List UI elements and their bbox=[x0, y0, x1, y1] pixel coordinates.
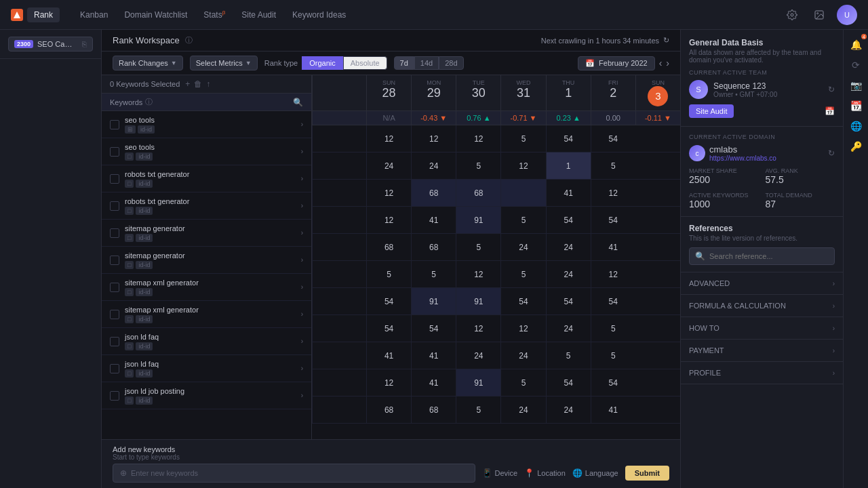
kw-row[interactable]: sitemap xml generator □ id-id › bbox=[102, 274, 311, 301]
kw-search-icon[interactable]: 🔍 bbox=[293, 98, 303, 107]
accordion-item-payment[interactable]: PAYMENT › bbox=[681, 340, 843, 362]
kw-header: 0 Keywords Selected + 🗑 ↑ bbox=[102, 75, 311, 94]
kw-text-area: robots txt generator □ id-id bbox=[125, 197, 301, 215]
rank-type-organic-btn[interactable]: Organic bbox=[302, 56, 343, 70]
kw-row[interactable]: json ld faq □ id-id › bbox=[102, 328, 311, 355]
rank-type-absolute-btn[interactable]: Absolute bbox=[343, 56, 387, 70]
kw-main-text: sitemap xml generator bbox=[125, 306, 301, 314]
site-audit-nav-link[interactable]: Site Audit bbox=[235, 7, 283, 22]
kw-checkbox[interactable] bbox=[110, 364, 119, 373]
table-row: 12 12 12 5 54 54 bbox=[312, 125, 680, 152]
kw-row[interactable]: seo tools ⊞ id-id › bbox=[102, 111, 311, 138]
user-avatar[interactable]: U bbox=[837, 5, 857, 25]
kw-row[interactable]: sitemap xml generator □ id-id › bbox=[102, 301, 311, 328]
workspace-badge[interactable]: 2300 SEO Campaign M... ⎘ bbox=[8, 37, 93, 52]
refresh-icon[interactable]: ↻ bbox=[663, 36, 669, 45]
settings-icon-btn[interactable] bbox=[783, 5, 802, 24]
delete-kw-icon[interactable]: 🗑 bbox=[194, 79, 202, 89]
date-prev-btn[interactable]: ‹ bbox=[659, 58, 663, 68]
refs-search-input[interactable] bbox=[709, 252, 829, 260]
submit-btn[interactable]: Submit bbox=[625, 466, 669, 481]
image-icon-btn[interactable] bbox=[810, 5, 829, 24]
center-content: Rank Workspace ⓘ Next crawling in 1 hour… bbox=[102, 30, 680, 488]
accordion-arrow-payment: › bbox=[833, 347, 835, 354]
kw-checkbox[interactable] bbox=[110, 120, 119, 129]
kw-checkbox[interactable] bbox=[110, 283, 119, 292]
refs-search[interactable]: 🔍 bbox=[689, 247, 835, 265]
period-7d-btn[interactable]: 7d bbox=[394, 56, 414, 70]
team-name: Sequence 123 bbox=[713, 81, 777, 91]
location-option[interactable]: 📍 Location bbox=[524, 468, 566, 478]
accordion-item-formula[interactable]: FORMULA & CALCULATION › bbox=[681, 295, 843, 317]
calendar-icon: 📅 bbox=[585, 59, 595, 68]
accordion-arrow-howto: › bbox=[833, 325, 835, 332]
device-option[interactable]: 📱 Device bbox=[482, 468, 518, 478]
data-cell: 24 bbox=[456, 342, 500, 369]
kw-row[interactable]: sitemap generator □ id-id › bbox=[102, 220, 311, 247]
kw-row[interactable]: json ld faq □ id-id › bbox=[102, 355, 311, 382]
notification-btn[interactable]: 🔔 4 bbox=[846, 35, 865, 54]
rank-nav-link[interactable]: Rank bbox=[27, 7, 60, 22]
day-header-wed31: WED 31 bbox=[500, 75, 545, 110]
kw-row[interactable]: json ld job posting □ id-id › bbox=[102, 382, 311, 409]
workspace-info-icon[interactable]: ⓘ bbox=[185, 35, 193, 45]
stats-nav-link[interactable]: Statsβ bbox=[197, 7, 232, 22]
kw-checkbox[interactable] bbox=[110, 337, 119, 346]
accordion-item-advanced[interactable]: ADVANCED › bbox=[681, 272, 843, 295]
kw-checkbox[interactable] bbox=[110, 147, 119, 157]
kw-checkbox[interactable] bbox=[110, 391, 119, 401]
kw-checkbox[interactable] bbox=[110, 228, 119, 238]
right-icon-bar: 🔔 4 ⟳ 📷 📆 🌐 🔑 bbox=[843, 30, 868, 488]
calendar-right-icon[interactable]: 📅 bbox=[825, 106, 835, 116]
date-next-btn[interactable]: › bbox=[666, 58, 669, 68]
kw-checkbox[interactable] bbox=[110, 310, 119, 319]
calendar-icon-btn[interactable]: 📆 bbox=[846, 96, 865, 115]
kw-checkbox[interactable] bbox=[110, 256, 119, 265]
kw-checkbox[interactable] bbox=[110, 174, 119, 184]
rank-type-group: Rank type Organic Absolute bbox=[264, 56, 387, 70]
keywords-col-label: Keywords ⓘ bbox=[110, 97, 153, 107]
domain-watchlist-nav-link[interactable]: Domain Watchlist bbox=[117, 7, 194, 22]
device-icon: 📱 bbox=[482, 468, 492, 478]
kw-row[interactable]: robots txt generator □ id-id › bbox=[102, 165, 311, 192]
rank-changes-btn[interactable]: Rank Changes ▼ bbox=[113, 56, 183, 70]
kw-checkbox[interactable] bbox=[110, 201, 119, 211]
general-data-basis-section: General Data Basis All data shown are af… bbox=[681, 30, 843, 127]
refs-sub: This is the lite version of references. bbox=[689, 235, 835, 242]
select-metrics-btn[interactable]: Select Metrics ▼ bbox=[190, 56, 258, 70]
team-refresh-icon[interactable]: ↻ bbox=[828, 85, 835, 94]
accordion-item-howto[interactable]: HOW TO › bbox=[681, 317, 843, 340]
data-cell: 54 bbox=[591, 207, 635, 233]
kw-count: 0 Keywords Selected bbox=[110, 80, 180, 88]
key-icon-btn[interactable]: 🔑 bbox=[846, 137, 865, 156]
team-info: Sequence 123 Owner • GMT +07:00 bbox=[713, 81, 777, 98]
kw-row[interactable]: robots txt generator □ id-id › bbox=[102, 192, 311, 220]
globe-icon-btn[interactable]: 🌐 bbox=[846, 117, 865, 136]
domain-refresh-icon[interactable]: ↻ bbox=[828, 148, 835, 158]
main-layout: 2300 SEO Campaign M... ⎘ Rank Workspace … bbox=[0, 30, 868, 488]
kw-sub-icon: id-id bbox=[138, 125, 155, 134]
sync-icon-btn[interactable]: ⟳ bbox=[846, 56, 865, 75]
period-28d-btn[interactable]: 28d bbox=[439, 56, 463, 70]
language-option[interactable]: 🌐 Language bbox=[572, 468, 618, 478]
camera-icon-btn[interactable]: 📷 bbox=[846, 76, 865, 95]
kanban-nav-link[interactable]: Kanban bbox=[73, 7, 115, 22]
add-kw-labels: Add new keywords Start to type keywords bbox=[113, 445, 669, 461]
kw-row[interactable]: seo tools □ id-id › bbox=[102, 138, 311, 165]
site-audit-btn[interactable]: Site Audit bbox=[689, 104, 734, 118]
add-kw-input[interactable]: ⊕ Enter new keywords bbox=[113, 464, 475, 483]
kw-sub-icon: id-id bbox=[136, 261, 153, 269]
add-kw-icon[interactable]: + bbox=[185, 79, 190, 89]
period-14d-btn[interactable]: 14d bbox=[414, 56, 439, 70]
data-cell: 91 bbox=[411, 288, 456, 314]
kw-col-info-icon: ⓘ bbox=[145, 97, 153, 107]
kw-row[interactable]: sitemap generator □ id-id › bbox=[102, 247, 311, 274]
accordion-item-profile[interactable]: PROFILE › bbox=[681, 362, 843, 384]
crawl-label: Next crawling in 1 hours 34 minutes bbox=[541, 37, 659, 45]
kw-row-arrow: › bbox=[301, 310, 303, 318]
kw-sub-icon: id-id bbox=[136, 152, 153, 161]
data-cell: 24 bbox=[366, 152, 411, 179]
keyword-ideas-nav-link[interactable]: Keyword Ideas bbox=[285, 7, 353, 22]
date-picker-btn[interactable]: 📅 February 2022 bbox=[578, 56, 655, 70]
export-kw-icon[interactable]: ↑ bbox=[206, 79, 210, 89]
